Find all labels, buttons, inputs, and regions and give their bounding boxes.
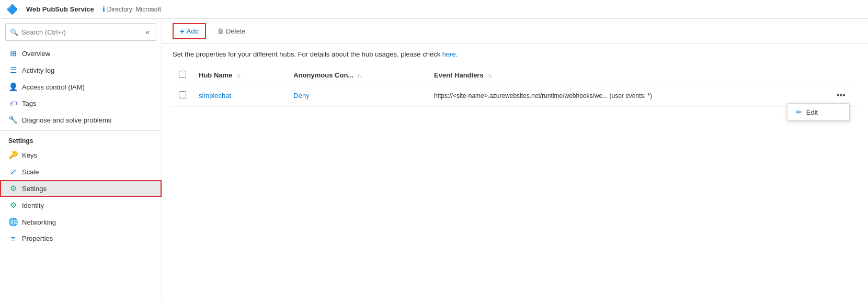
plus-icon: + bbox=[180, 27, 185, 36]
anonymous-con-header: Anonymous Con... ↑↓ bbox=[287, 66, 428, 84]
sidebar: 🔍 « ⊞ Overview ☰ Activity log 👤 Access c… bbox=[0, 19, 162, 300]
search-input[interactable] bbox=[21, 28, 140, 36]
event-handlers-value: https://<site-name>.azurewebsites.net/ru… bbox=[434, 92, 652, 99]
info-icon: ℹ bbox=[102, 5, 105, 13]
edit-icon: ✏ bbox=[796, 108, 802, 116]
anonymous-connect-cell: Deny bbox=[287, 84, 428, 107]
context-menu-popup: ✏ Edit bbox=[787, 103, 850, 121]
networking-icon: 🌐 bbox=[8, 217, 18, 227]
sidebar-item-label-properties: Properties bbox=[22, 235, 53, 242]
sidebar-item-label-keys: Keys bbox=[22, 151, 37, 159]
service-name: Web PubSub Service bbox=[26, 5, 94, 13]
row-actions-cell: ••• ✏ Edit bbox=[826, 84, 858, 107]
here-link[interactable]: here bbox=[442, 50, 456, 58]
identity-icon: ⚙ bbox=[8, 201, 18, 210]
sidebar-item-networking[interactable]: 🌐 Networking bbox=[0, 214, 162, 230]
actions-header bbox=[826, 66, 858, 84]
sidebar-item-access-control[interactable]: 👤 Access control (IAM) bbox=[0, 79, 162, 95]
delete-icon: 🗑 bbox=[217, 27, 224, 35]
sidebar-item-label-access-control: Access control (IAM) bbox=[22, 83, 85, 91]
sidebar-item-keys[interactable]: 🔑 Keys bbox=[0, 147, 162, 163]
sidebar-item-scale[interactable]: ⤢ Scale bbox=[0, 163, 162, 180]
table-container: Hub Name ↑↓ Anonymous Con... ↑↓ Event Ha… bbox=[162, 66, 868, 107]
toolbar: + Add 🗑 Delete bbox=[162, 19, 868, 44]
hub-name-cell: simplechat bbox=[192, 84, 287, 107]
directory-info: ℹ Directory: Microsoft bbox=[102, 5, 161, 13]
table-row: simplechat Deny https://<site-name>.azur… bbox=[173, 84, 858, 107]
add-button[interactable]: + Add bbox=[173, 23, 206, 39]
sidebar-item-label-tags: Tags bbox=[22, 99, 36, 107]
delete-button[interactable]: 🗑 Delete bbox=[210, 24, 253, 38]
collapse-button[interactable]: « bbox=[143, 26, 152, 38]
access-control-icon: 👤 bbox=[8, 82, 18, 92]
edit-label: Edit bbox=[806, 108, 818, 116]
scale-icon: ⤢ bbox=[8, 167, 18, 176]
hub-name-sort-icon[interactable]: ↑↓ bbox=[236, 73, 241, 79]
search-icon: 🔍 bbox=[10, 28, 18, 36]
event-handlers-header: Event Handlers ↑↓ bbox=[428, 66, 826, 84]
settings-icon: ⚙ bbox=[8, 184, 18, 193]
tags-icon: 🏷 bbox=[8, 99, 18, 108]
search-box-container: 🔍 « bbox=[5, 23, 156, 41]
content-area: + Add 🗑 Delete Set the properties for yo… bbox=[162, 19, 868, 300]
activity-log-icon: ☰ bbox=[8, 65, 18, 75]
context-menu: ••• ✏ Edit bbox=[832, 88, 850, 102]
sidebar-item-label-networking: Networking bbox=[22, 218, 56, 226]
event-handlers-sort-icon[interactable]: ↑↓ bbox=[487, 73, 492, 79]
delete-label: Delete bbox=[226, 27, 246, 35]
anonymous-connect-value: Deny bbox=[293, 92, 309, 99]
sidebar-item-activity-log[interactable]: ☰ Activity log bbox=[0, 62, 162, 79]
sidebar-item-label-settings: Settings bbox=[22, 185, 47, 193]
row-checkbox-cell bbox=[173, 84, 192, 107]
row-checkbox[interactable] bbox=[179, 91, 186, 98]
keys-icon: 🔑 bbox=[8, 150, 18, 160]
sidebar-item-identity[interactable]: ⚙ Identity bbox=[0, 197, 162, 214]
properties-icon: ≡ bbox=[8, 234, 18, 243]
description-suffix: . bbox=[456, 50, 458, 58]
diagnose-icon: 🔧 bbox=[8, 115, 18, 125]
description-main: Set the properties for your different hu… bbox=[173, 50, 442, 58]
hub-name-link[interactable]: simplechat bbox=[199, 92, 231, 99]
event-handlers-cell: https://<site-name>.azurewebsites.net/ru… bbox=[428, 84, 826, 107]
settings-section-label: Settings bbox=[0, 130, 162, 147]
top-bar: 🔷 Web PubSub Service ℹ Directory: Micros… bbox=[0, 0, 868, 19]
select-all-checkbox[interactable] bbox=[179, 71, 186, 78]
hub-name-header: Hub Name ↑↓ bbox=[192, 66, 287, 84]
sidebar-item-tags[interactable]: 🏷 Tags bbox=[0, 95, 162, 112]
sidebar-item-label-overview: Overview bbox=[22, 50, 50, 58]
overview-icon: ⊞ bbox=[8, 49, 18, 58]
more-button[interactable]: ••• bbox=[832, 88, 850, 102]
sidebar-item-label-diagnose: Diagnose and solve problems bbox=[22, 116, 111, 124]
sidebar-item-label-scale: Scale bbox=[22, 168, 39, 176]
description-text: Set the properties for your different hu… bbox=[162, 44, 868, 64]
main-layout: 🔍 « ⊞ Overview ☰ Activity log 👤 Access c… bbox=[0, 19, 868, 300]
sidebar-item-overview[interactable]: ⊞ Overview bbox=[0, 45, 162, 62]
sidebar-item-settings[interactable]: ⚙ Settings bbox=[0, 180, 162, 197]
sidebar-item-properties[interactable]: ≡ Properties bbox=[0, 230, 162, 247]
sidebar-item-diagnose[interactable]: 🔧 Diagnose and solve problems bbox=[0, 112, 162, 128]
anonymous-sort-icon[interactable]: ↑↓ bbox=[357, 73, 362, 79]
sidebar-item-label-identity: Identity bbox=[22, 202, 44, 209]
edit-menu-item[interactable]: ✏ Edit bbox=[787, 104, 849, 120]
sidebar-item-label-activity-log: Activity log bbox=[22, 66, 54, 74]
directory-label: Directory: Microsoft bbox=[107, 6, 161, 13]
header-checkbox-cell bbox=[173, 66, 192, 84]
service-icon: 🔷 bbox=[6, 4, 18, 15]
add-label: Add bbox=[187, 27, 199, 35]
table-header-row: Hub Name ↑↓ Anonymous Con... ↑↓ Event Ha… bbox=[173, 66, 858, 84]
hub-settings-table: Hub Name ↑↓ Anonymous Con... ↑↓ Event Ha… bbox=[173, 66, 858, 107]
